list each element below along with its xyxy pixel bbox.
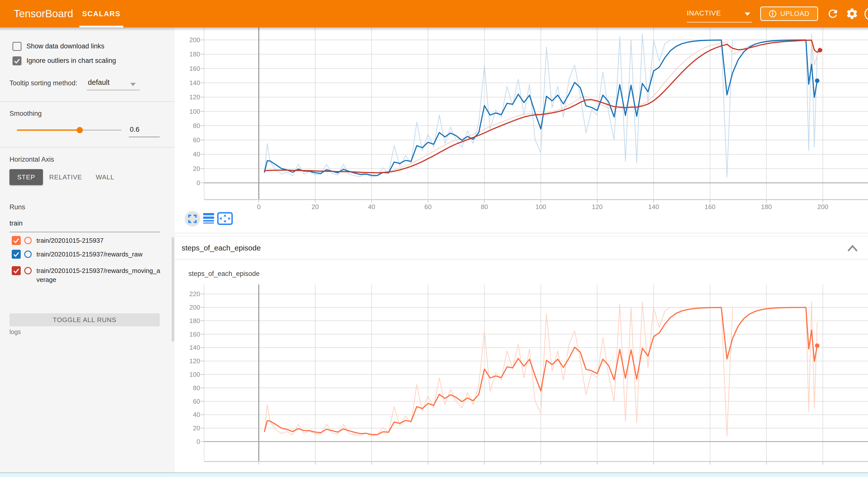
chart-card-title: steps_of_each_episode	[188, 270, 259, 278]
run-row[interactable]: train/20201015-215937/rewards_moving_ave…	[0, 266, 175, 277]
run-row[interactable]: train/20201015-215937	[0, 236, 175, 247]
run-color-circle-icon[interactable]	[24, 236, 32, 245]
ignore-outliers-label: Ignore outliers in chart scaling	[27, 57, 116, 65]
tab-active-underline	[80, 26, 123, 27]
svg-text:40: 40	[368, 203, 375, 211]
svg-text:100: 100	[535, 203, 546, 211]
smoothing-value[interactable]: 0.6	[130, 126, 140, 133]
sidebar-scrollbar[interactable]	[172, 237, 174, 342]
svg-text:60: 60	[193, 136, 200, 144]
axis-button-wall[interactable]: WALL	[91, 169, 119, 185]
refresh-icon[interactable]	[827, 7, 839, 20]
app-title: TensorBoard	[14, 0, 73, 27]
bottom-scroll-strip[interactable]	[0, 473, 868, 477]
horizontal-axis-label: Horizontal Axis	[9, 156, 54, 163]
check-icon	[13, 57, 21, 65]
svg-text:100: 100	[189, 108, 200, 115]
section-header-steps-of-each-episode[interactable]: steps_of_each_episode	[175, 236, 868, 259]
svg-text:40: 40	[193, 411, 200, 418]
svg-text:20: 20	[312, 203, 319, 211]
svg-text:180: 180	[189, 51, 200, 58]
svg-text:100: 100	[189, 371, 200, 378]
svg-text:0: 0	[257, 203, 260, 211]
show-download-links-checkbox[interactable]	[12, 42, 22, 51]
run-row[interactable]: train/20201015-215937/rewards_raw	[0, 250, 175, 260]
axis-button-relative[interactable]: RELATIVE	[49, 169, 82, 185]
smoothing-label: Smoothing	[9, 110, 42, 118]
info-icon	[769, 10, 777, 18]
run-checkbox[interactable]	[12, 250, 21, 259]
data-table-toggle-button[interactable]	[203, 213, 214, 224]
runs-title: Runs	[9, 203, 25, 211]
fit-domain-button[interactable]	[218, 213, 232, 224]
svg-text:20: 20	[193, 424, 200, 432]
expand-chart-button[interactable]	[185, 211, 200, 226]
svg-text:180: 180	[189, 317, 200, 325]
run-checkbox[interactable]	[12, 236, 21, 245]
runs-filter-underline	[9, 232, 160, 232]
tooltip-sorting-underline	[87, 90, 140, 90]
tooltip-sorting-label: Tooltip sorting method:	[9, 80, 78, 87]
svg-text:220: 220	[189, 290, 200, 298]
run-color-circle-icon[interactable]	[24, 267, 32, 275]
status-dropdown[interactable]: INACTIVE	[687, 0, 721, 27]
svg-text:160: 160	[189, 65, 200, 72]
smoothing-slider-fill	[17, 129, 80, 131]
svg-text:140: 140	[189, 344, 200, 351]
divider	[175, 233, 868, 233]
gear-icon[interactable]	[845, 7, 859, 20]
app-header: TensorBoard SCALARS INACTIVE UPLOAD	[0, 0, 868, 27]
smoothing-slider-thumb[interactable]	[76, 127, 83, 133]
check-icon	[12, 236, 20, 245]
svg-text:0: 0	[197, 438, 200, 445]
run-label[interactable]: train/20201015-215937/rewards_raw	[36, 250, 162, 259]
svg-text:160: 160	[189, 330, 200, 338]
svg-text:20: 20	[193, 165, 200, 172]
steps-chart[interactable]: 020406080100120140160180200220	[175, 284, 868, 477]
run-label[interactable]: train/20201015-215937/rewards_moving_ave…	[36, 266, 162, 284]
status-dropdown-underline	[687, 22, 752, 23]
smoothing-value-underline	[129, 137, 160, 137]
divider	[0, 101, 175, 102]
smoothing-slider[interactable]	[17, 129, 121, 131]
axis-button-step[interactable]: STEP	[9, 169, 43, 185]
divider	[0, 147, 175, 148]
show-download-links-label: Show data download links	[27, 42, 104, 50]
upload-button[interactable]: UPLOAD	[760, 6, 818, 21]
tooltip-sorting-dropdown[interactable]: default	[88, 78, 110, 87]
toggle-all-runs-button[interactable]: TOGGLE ALL RUNS	[9, 313, 160, 326]
svg-text:180: 180	[761, 203, 772, 211]
svg-text:80: 80	[193, 122, 200, 129]
run-color-circle-icon[interactable]	[24, 250, 32, 258]
help-icon[interactable]	[864, 7, 868, 21]
svg-text:200: 200	[817, 203, 828, 211]
chevron-down-icon[interactable]	[745, 12, 750, 16]
logs-label: logs	[9, 328, 21, 336]
svg-text:120: 120	[189, 93, 200, 101]
chevron-up-icon[interactable]	[846, 244, 859, 252]
svg-text:80: 80	[193, 384, 200, 392]
svg-text:60: 60	[193, 398, 200, 405]
chevron-down-icon[interactable]	[130, 83, 136, 86]
tensorboard-app: { "header": { "app_title": "TensorBoard"…	[0, 0, 868, 477]
section-title: steps_of_each_episode	[182, 236, 261, 259]
settings-sidebar: Show data download links Ignore outliers…	[0, 27, 175, 477]
svg-text:0: 0	[197, 179, 200, 187]
svg-text:80: 80	[481, 203, 488, 211]
svg-text:200: 200	[189, 304, 200, 311]
svg-text:60: 60	[425, 203, 432, 211]
check-icon	[12, 250, 20, 258]
svg-text:140: 140	[189, 79, 200, 87]
svg-text:160: 160	[705, 203, 715, 211]
run-checkbox[interactable]	[12, 266, 21, 275]
check-icon	[12, 267, 20, 275]
run-label[interactable]: train/20201015-215937	[36, 236, 162, 245]
ignore-outliers-checkbox[interactable]	[12, 56, 22, 65]
runs-filter-input[interactable]	[9, 220, 159, 227]
svg-text:120: 120	[189, 357, 200, 365]
rewards-chart[interactable]: 0204060801001201401601802000204060801001…	[175, 27, 868, 229]
tab-scalars[interactable]: SCALARS	[80, 0, 123, 27]
chart-toolbar	[185, 211, 237, 227]
svg-text:200: 200	[189, 36, 200, 44]
svg-text:140: 140	[648, 203, 659, 211]
